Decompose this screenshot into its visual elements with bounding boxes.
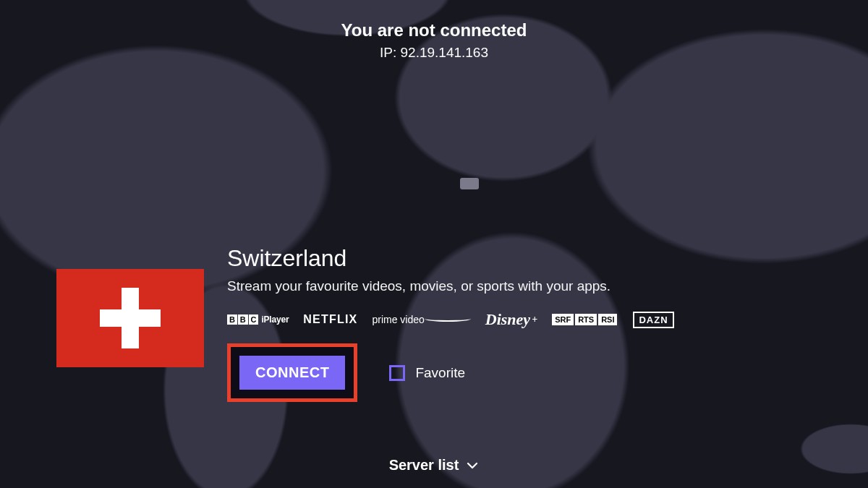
disney-plus-logo: Disney+ [485, 310, 537, 329]
bbc-iplayer-logo: BBC iPlayer [227, 314, 289, 325]
location-card: Switzerland Stream your favourite videos… [56, 246, 723, 402]
map-marker-switzerland [460, 178, 479, 189]
server-list-button[interactable]: Server list [0, 457, 868, 474]
connect-button[interactable]: CONNECT [239, 356, 345, 390]
prime-video-logo: prime video [372, 314, 470, 325]
netflix-logo: NETFLIX [303, 313, 357, 326]
ip-label: IP: [380, 45, 396, 60]
favorite-checkbox-icon [389, 365, 405, 381]
favorite-toggle[interactable]: Favorite [389, 365, 465, 381]
server-list-label: Server list [389, 457, 459, 474]
dazn-logo: DAZN [633, 312, 673, 328]
streaming-apps-row: BBC iPlayer NETFLIX prime video Disney+ … [227, 310, 723, 329]
favorite-label: Favorite [415, 365, 465, 381]
location-tagline: Stream your favourite videos, movies, or… [227, 278, 723, 294]
swiss-flag-icon [56, 269, 204, 367]
chevron-down-icon [466, 459, 479, 472]
country-name: Switzerland [227, 246, 723, 271]
srf-rts-rsi-logo: SRFRTSRSI [552, 314, 618, 325]
connection-status: You are not connected IP: 92.19.141.163 [0, 20, 868, 61]
actions-row: CONNECT Favorite [227, 343, 723, 402]
status-ip: IP: 92.19.141.163 [0, 45, 868, 61]
status-title: You are not connected [0, 20, 868, 40]
location-details: Switzerland Stream your favourite videos… [227, 246, 723, 402]
ip-value: 92.19.141.163 [401, 45, 489, 60]
connect-highlight-frame: CONNECT [227, 343, 357, 402]
world-map-background [0, 0, 868, 488]
